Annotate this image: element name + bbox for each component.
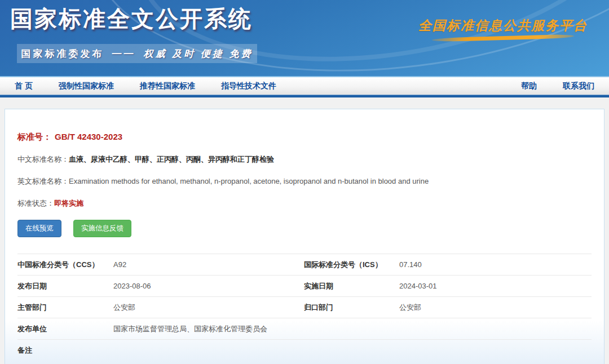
- en-name-value: Examination methods for ethanol, methano…: [69, 177, 429, 185]
- ccs-value: A92: [113, 260, 304, 269]
- nav-item-home[interactable]: 首 页: [15, 81, 33, 91]
- publisher-label: 国家标准委发布: [21, 47, 104, 60]
- standard-number-value: GB/T 42430-2023: [55, 132, 122, 141]
- issuing-unit-label: 发布单位: [17, 324, 113, 334]
- standard-number-line: 标准号：GB/T 42430-2023: [17, 132, 592, 143]
- standard-detail-card: 标准号：GB/T 42430-2023 中文标准名称：血液、尿液中乙醇、甲醇、正…: [5, 109, 604, 364]
- table-row-remarks: 备注: [17, 340, 592, 361]
- competent-dept-value: 公安部: [113, 303, 304, 313]
- standard-number-label: 标准号：: [17, 132, 51, 141]
- table-row-classification: 中国标准分类号（CCS） A92 国际标准分类号（ICS） 07.140: [17, 254, 592, 276]
- table-row-departments: 主管部门 公安部 归口部门 公安部: [17, 297, 592, 318]
- en-name-label: 英文标准名称：: [17, 177, 69, 185]
- implement-date-value: 2024-03-01: [399, 282, 592, 290]
- ics-label: 国际标准分类号（ICS）: [304, 260, 399, 270]
- dash-separator: ——: [112, 48, 135, 59]
- status-line: 标准状态：即将实施: [17, 198, 592, 208]
- cn-name-value: 血液、尿液中乙醇、甲醇、正丙醇、丙酮、异丙醇和正丁醇检验: [69, 155, 274, 163]
- nav-item-recommended-standards[interactable]: 推荐性国家标准: [140, 81, 195, 91]
- header-sub-banner: 国家标准委发布 —— 权威 及时 便捷 免费: [17, 44, 257, 63]
- ics-value: 07.140: [399, 260, 592, 269]
- remarks-label: 备注: [17, 345, 113, 356]
- site-title: 国家标准全文公开系统: [10, 3, 253, 34]
- nav-item-mandatory-standards[interactable]: 强制性国家标准: [59, 81, 114, 91]
- online-preview-button[interactable]: 在线预览: [17, 220, 61, 237]
- publish-date-value: 2023-08-06: [113, 282, 304, 290]
- en-name-line: 英文标准名称：Examination methods for ethanol, …: [17, 176, 592, 187]
- table-row-issuing-unit: 发布单位 国家市场监督管理总局、国家标准化管理委员会: [17, 318, 592, 340]
- header-slogan: 权威 及时 便捷 免费: [143, 47, 253, 60]
- status-label: 标准状态：: [17, 199, 54, 207]
- ccs-label: 中国标准分类号（CCS）: [17, 260, 113, 270]
- competent-dept-label: 主管部门: [17, 303, 113, 313]
- main-nav: 首 页 强制性国家标准 推荐性国家标准 指导性技术文件 帮助 联系我们: [0, 77, 609, 97]
- table-row-dates: 发布日期 2023-08-06 实施日期 2024-03-01: [17, 276, 592, 297]
- site-header: 国家标准全文公开系统 国家标准委发布 —— 权威 及时 便捷 免费 全国标准信息…: [0, 0, 609, 77]
- implement-date-label: 实施日期: [304, 281, 399, 291]
- publish-date-label: 发布日期: [17, 281, 113, 291]
- action-buttons-row: 在线预览 实施信息反馈: [17, 220, 592, 237]
- cn-name-line: 中文标准名称：血液、尿液中乙醇、甲醇、正丙醇、丙酮、异丙醇和正丁醇检验: [17, 154, 592, 165]
- issuing-unit-value: 国家市场监督管理总局、国家标准化管理委员会: [113, 324, 304, 334]
- nav-item-contact-us[interactable]: 联系我们: [563, 81, 594, 91]
- nav-item-help[interactable]: 帮助: [521, 81, 537, 91]
- platform-slogan-text: 全国标准信息公共服务平台: [418, 17, 588, 34]
- centralized-dept-label: 归口部门: [304, 303, 399, 313]
- centralized-dept-value: 公安部: [399, 303, 592, 313]
- nav-item-guiding-documents[interactable]: 指导性技术文件: [221, 81, 276, 91]
- status-badge: 即将实施: [54, 199, 83, 207]
- platform-slogan: 全国标准信息公共服务平台: [418, 17, 588, 40]
- cn-name-label: 中文标准名称：: [17, 155, 69, 163]
- implementation-feedback-button[interactable]: 实施信息反馈: [73, 220, 131, 237]
